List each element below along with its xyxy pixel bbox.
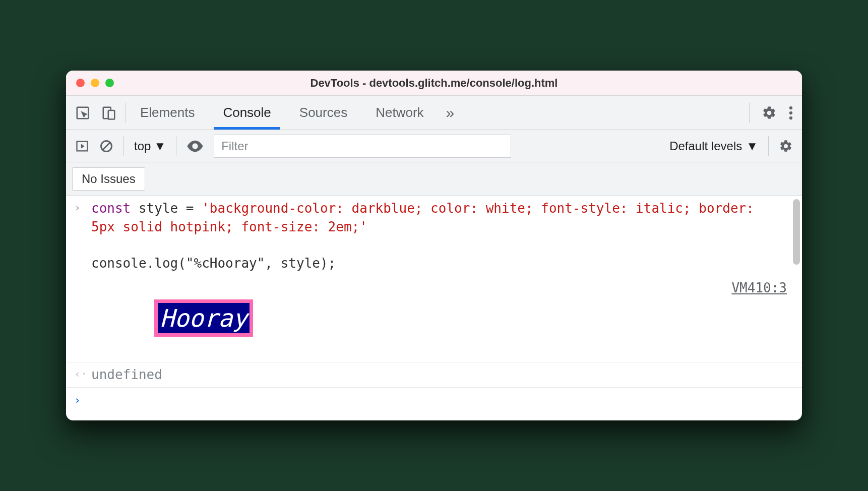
titlebar: DevTools - devtools.glitch.me/console/lo… bbox=[66, 71, 802, 96]
tab-sources[interactable]: Sources bbox=[285, 96, 361, 130]
divider bbox=[768, 136, 769, 156]
main-toolbar: Elements Console Sources Network » bbox=[66, 96, 802, 130]
device-toggle-icon[interactable] bbox=[101, 105, 116, 121]
inspect-icon[interactable] bbox=[75, 105, 90, 120]
divider bbox=[749, 103, 750, 123]
kebab-menu-icon[interactable] bbox=[789, 105, 793, 120]
issues-button[interactable]: No Issues bbox=[72, 167, 145, 191]
chevron-down-icon: ▼ bbox=[154, 139, 166, 153]
console-prompt-row[interactable]: › bbox=[66, 388, 802, 420]
code-text: console.log("%cHooray", style); bbox=[91, 256, 336, 271]
levels-label: Default levels bbox=[669, 139, 742, 153]
code-text: style = bbox=[131, 201, 202, 216]
input-prompt-icon: › bbox=[74, 199, 91, 214]
tab-network[interactable]: Network bbox=[361, 96, 438, 130]
svg-point-5 bbox=[789, 116, 792, 119]
close-icon[interactable] bbox=[76, 79, 85, 87]
svg-point-4 bbox=[789, 111, 792, 114]
code-keyword: const bbox=[91, 201, 131, 216]
chevron-down-icon: ▼ bbox=[746, 139, 758, 153]
window-title: DevTools - devtools.glitch.me/console/lo… bbox=[66, 77, 802, 90]
clear-console-icon[interactable] bbox=[99, 139, 113, 153]
console-body: › const style = 'background-color: darkb… bbox=[66, 196, 802, 420]
zoom-icon[interactable] bbox=[105, 79, 114, 87]
console-prompt-input[interactable] bbox=[91, 392, 794, 406]
divider bbox=[123, 136, 124, 156]
svg-line-8 bbox=[103, 143, 110, 150]
context-label: top bbox=[134, 139, 151, 153]
minimize-icon[interactable] bbox=[91, 79, 99, 87]
sidebar-toggle-icon[interactable] bbox=[75, 139, 89, 153]
tab-console[interactable]: Console bbox=[209, 96, 285, 130]
panel-tabs: Elements Console Sources Network bbox=[126, 96, 438, 130]
console-settings-icon[interactable] bbox=[779, 139, 793, 153]
console-input-code: const style = 'background-color: darkblu… bbox=[91, 199, 788, 273]
prompt-icon: › bbox=[74, 392, 91, 406]
live-expression-icon[interactable] bbox=[187, 140, 204, 152]
svg-rect-2 bbox=[108, 110, 115, 119]
styled-log-output: Hooray bbox=[154, 299, 253, 337]
execution-context-selector[interactable]: top ▼ bbox=[134, 139, 166, 153]
log-levels-selector[interactable]: Default levels ▼ bbox=[669, 139, 758, 153]
return-icon: ‹· bbox=[74, 365, 91, 380]
output-gutter bbox=[74, 281, 91, 283]
divider bbox=[176, 136, 176, 156]
more-tabs-icon[interactable]: » bbox=[438, 104, 463, 121]
console-input-row[interactable]: › const style = 'background-color: darkb… bbox=[66, 196, 802, 276]
console-output-row: Hooray VM410:3 bbox=[66, 276, 802, 363]
window-controls bbox=[66, 79, 114, 87]
tab-elements[interactable]: Elements bbox=[126, 96, 209, 130]
return-value: undefined bbox=[91, 365, 788, 384]
issues-bar: No Issues bbox=[66, 162, 802, 196]
svg-point-3 bbox=[789, 106, 792, 109]
devtools-window: DevTools - devtools.glitch.me/console/lo… bbox=[66, 71, 802, 420]
console-output: Hooray bbox=[91, 281, 788, 355]
filter-input[interactable]: Filter bbox=[214, 135, 511, 158]
console-toolbar: top ▼ Filter Default levels ▼ bbox=[66, 130, 802, 162]
console-return-row: ‹· undefined bbox=[66, 362, 802, 387]
source-link[interactable]: VM410:3 bbox=[731, 280, 787, 295]
filter-placeholder: Filter bbox=[221, 139, 248, 153]
settings-icon[interactable] bbox=[762, 105, 777, 120]
